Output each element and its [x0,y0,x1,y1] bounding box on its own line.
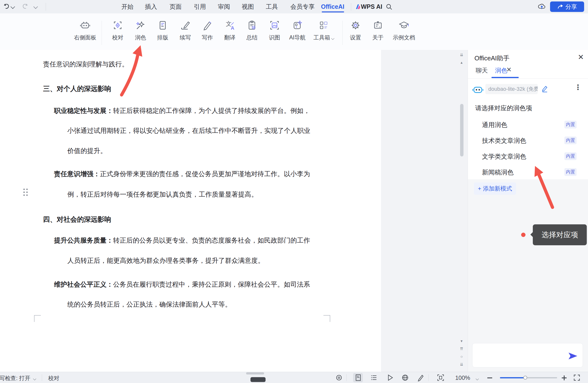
doc-line: 责任意识增强：正式身份带来更强的责任感，促使公务员更加严谨地对待工作。以小李为 [54,170,310,178]
paragraph-drag-handle[interactable] [23,189,29,197]
tab-polish[interactable]: 润色 [495,67,507,74]
collapse-up-icon[interactable]: ▴ [458,61,465,65]
undo-icon[interactable] [3,3,10,10]
undo-dropdown-icon[interactable] [10,4,15,9]
polish-option-row[interactable]: 新闻稿润色 内置 [468,166,588,179]
tab-membership[interactable]: 会员专享 [290,3,315,11]
tab-tools[interactable]: 工具 [266,3,278,11]
proofread-status[interactable]: 校对 [48,375,59,382]
share-icon [557,4,564,10]
ribbon-item-image-recognition[interactable]: 识图 [264,18,286,41]
builtin-badge: 内置 [565,168,577,176]
ribbon: 右侧面板 校对 润色 排版 续写 写作 文A 翻译 [0,13,588,50]
zoom-level[interactable]: 100% [455,375,470,381]
cloud-upload-icon[interactable] [537,2,546,11]
nav-down-icon[interactable]: ▾ [458,339,465,343]
close-panel-icon[interactable]: ✕ [578,53,584,61]
assistant-robot-icon [472,84,483,95]
doc-heading: 三、对个人的深远影响 [43,84,111,93]
play-view-icon[interactable] [386,374,394,382]
share-label: 分享 [565,3,577,11]
option-label: 新闻稿润色 [482,168,514,177]
fit-page-icon[interactable] [437,374,444,382]
page-view-icon[interactable] [354,374,362,382]
ribbon-item-polish[interactable]: 润色 [130,18,151,41]
chat-input[interactable] [472,343,583,367]
active-tab-underline [491,77,519,78]
ribbon-item-sample-doc[interactable]: 示例文档 [389,18,419,41]
close-tab-icon[interactable]: ✕ [506,66,512,73]
tab-insert[interactable]: 插入 [145,3,157,11]
preview-eye-icon[interactable] [335,374,343,382]
translate-latin-glyph: A [231,25,234,31]
page-margin-mark-right [323,315,330,322]
add-new-mode-button[interactable]: + 添加新模式 [474,182,516,195]
zoom-dropdown-icon[interactable] [476,377,479,380]
graduation-cap-icon [389,18,419,33]
tab-reference[interactable]: 引用 [194,3,206,11]
tab-officeai[interactable]: OfficeAI [321,3,344,10]
ribbon-item-settings[interactable]: 设置 [345,18,366,41]
horizontal-scrollbar[interactable] [246,372,264,375]
send-icon[interactable] [567,351,578,361]
title-bar: 开始 插入 页面 引用 审阅 视图 工具 会员专享 OfficeAI WPS A… [0,0,588,13]
ribbon-item-toolbox[interactable]: 工具箱 [312,18,336,41]
redo-icon[interactable] [21,3,29,10]
history-dropdown-icon[interactable] [33,4,38,9]
zoom-out-icon[interactable] [486,375,493,381]
divider [351,3,351,11]
search-icon[interactable] [385,3,393,10]
tab-view[interactable]: 视图 [242,3,254,11]
web-view-icon[interactable] [401,374,409,382]
ink-pen-icon[interactable] [417,374,425,382]
spellcheck-status[interactable]: 拼写检查: 打开 [0,375,30,382]
divider [342,21,343,45]
divider [346,374,347,381]
vertical-scrollbar[interactable] [460,104,463,157]
ribbon-item-typeset[interactable]: 排版 [152,18,174,41]
wps-ai-label[interactable]: WPS AI [361,3,382,10]
outline-view-icon[interactable] [370,374,378,382]
edit-model-icon[interactable] [541,85,549,93]
float-panel-icon[interactable]: ⇊ [458,53,465,57]
model-name: doubao-lite-32k (免费 [488,85,538,93]
polish-option-row[interactable]: 文学类文章润色 内置 [468,150,588,163]
right-panel-toggle[interactable]: 右侧面板 [72,18,99,41]
divider [46,3,46,11]
doc-line: 提升公共服务质量：转正后的公务员以更专业、负责的态度服务社会，如民政部门的工作 [54,236,310,245]
nav-mid-icon[interactable]: ○ [458,355,465,359]
nav-top-icon[interactable]: ⇈ [458,347,465,351]
ribbon-item-about[interactable]: 关于 [367,18,389,41]
fullscreen-icon[interactable] [573,374,581,382]
ribbon-item-writing[interactable]: 写作 [196,18,218,41]
image-scan-icon [264,18,286,33]
divider [102,21,102,45]
tab-chat[interactable]: 聊天 [476,67,488,74]
nav-bottom-icon[interactable]: ⇊ [458,362,465,366]
pen-icon [196,18,218,33]
zoom-in-icon[interactable] [561,375,567,381]
document-canvas[interactable]: 责任意识的深刻理解与践行。 三、对个人的深远影响 职业稳定性与发展：转正后获得稳… [0,50,381,372]
ribbon-item-summarize[interactable]: 总结 [241,18,263,41]
ribbon-item-proofread[interactable]: 校对 [107,18,129,41]
zoom-slider-track[interactable] [500,377,557,378]
polish-option-row[interactable]: 技术类文章润色 内置 [468,135,588,147]
ribbon-item-continue-writing[interactable]: 续写 [174,18,196,41]
spellcheck-dropdown-icon[interactable] [33,377,36,380]
tab-page[interactable]: 页面 [169,3,182,11]
polish-option-row[interactable]: 通用润色 内置 [468,119,588,131]
panel-body: doubao-lite-32k (免费 ⋮ 请选择对应的润色项 通用润色 内置 … [468,79,588,179]
tab-home[interactable]: 开始 [121,3,133,11]
doc-line: 价值的提升。 [67,146,107,155]
more-options-icon[interactable]: ⋮ [574,83,582,91]
ribbon-item-ai-navigation[interactable]: AI导航 [286,18,308,41]
tab-review[interactable]: 审阅 [218,3,230,11]
builtin-badge: 内置 [565,136,577,144]
share-button[interactable]: 分享 [550,1,584,12]
doc-line: 人员转正后，能更高效地为群众办理各类事务，提升了群众满意度。 [67,256,264,265]
panel-title: OfficeAI助手 [474,54,509,63]
ribbon-item-translate[interactable]: 文A 翻译 [219,18,241,41]
gear-icon [345,18,366,33]
model-selector[interactable]: doubao-lite-32k (免费 [485,84,538,94]
zoom-slider-knob[interactable] [523,376,527,380]
